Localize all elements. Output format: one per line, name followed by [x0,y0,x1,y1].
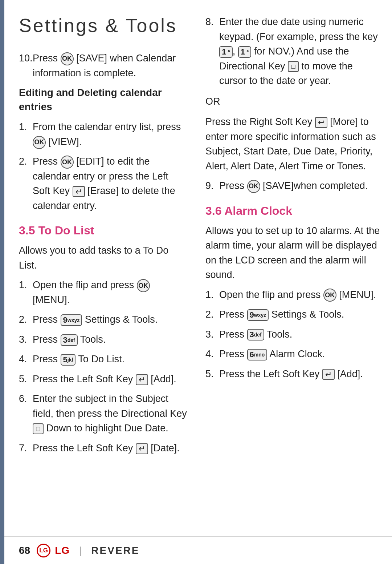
item-10-num: 10. [19,51,33,80]
alarm-step-5-text: Press the Left Soft Key ↵ [Add]. [219,367,381,382]
ok-icon: OK [61,156,74,169]
right-item-8-num: 8. [205,15,219,88]
footer-divider: | [79,545,82,556]
step-6: 6. Enter the subject in the Subject fiel… [19,391,187,436]
step-6-text: Enter the subject in the Subject field, … [33,391,187,436]
right-column: 8. Enter the due date using numeric keyp… [198,0,392,536]
alarm-step-3-text: Press 3def Tools. [219,327,381,342]
alarm-step-2-text: Press 9wxyz Settings & Tools. [219,307,381,322]
edit-item-2-text: Press OK [EDIT] to edit the calendar ent… [33,154,187,213]
key-3def: 3def [61,334,78,346]
step-7-num: 7. [19,441,33,456]
more-text: Press the Right Soft Key ↩ [More] to ent… [205,114,381,173]
step-5-num: 5. [19,372,33,387]
step-6-num: 6. [19,391,33,436]
step-1: 1. Open the flip and press OK [MENU]. [19,278,187,307]
step-4-num: 4. [19,352,33,367]
step-3-num: 3. [19,332,33,347]
step-3: 3. Press 3def Tools. [19,332,187,347]
step-1-num: 1. [19,278,33,307]
key-9wxyz: 9wxyz [61,314,82,326]
left-column: Settings & Tools 10. Press OK [SAVE] whe… [4,0,198,536]
alarm-step-4-text: Press 6mno Alarm Clock. [219,347,381,362]
alarm-step-4-num: 4. [205,347,219,362]
section-35-heading: 3.5 To Do List [19,224,187,237]
alarm-step-1-text: Open the flip and press OK [MENU]. [219,287,381,302]
edit-item-2-num: 2. [19,154,33,213]
right-item-9-text: Press OK [SAVE]when completed. [219,178,381,193]
section-35: 3.5 To Do List Allows you to add tasks t… [19,224,187,455]
key-1b: 1 ˢ [238,46,252,58]
ok-icon: OK [137,279,150,292]
soft-key-icon: ↵ [136,443,148,454]
edit-item-1: 1. From the calendar entry list, press O… [19,120,187,149]
section-36: 3.6 Alarm Clock Allows you to set up to … [205,204,381,382]
or-text: OR [205,94,381,109]
lg-brand-text: LG [55,545,70,556]
item-10: 10. Press OK [SAVE] when Calendar inform… [19,51,187,80]
item-10-text: Press OK [SAVE] when Calendar informatio… [33,51,187,80]
edit-item-2: 2. Press OK [EDIT] to edit the calendar … [19,154,187,213]
step-5-text: Press the Left Soft Key ↵ [Add]. [33,372,187,387]
ok-icon: OK [33,136,46,149]
key-3def: 3def [247,329,264,341]
key-1a: 1 ˢ [219,46,233,58]
edit-item-1-num: 1. [19,120,33,149]
alarm-step-1: 1. Open the flip and press OK [MENU]. [205,287,381,302]
soft-key-icon: ↵ [322,369,335,380]
soft-key-icon: ↵ [136,374,148,385]
step-5: 5. Press the Left Soft Key ↵ [Add]. [19,372,187,387]
step-2-text: Press 9wxyz Settings & Tools. [33,312,187,327]
right-soft-key-icon: ↩ [315,117,327,128]
revere-brand-text: REVERE [91,545,139,556]
section-36-intro: Allows you to set up to 10 alarms. At th… [205,223,381,282]
page: Settings & Tools 10. Press OK [SAVE] whe… [0,0,392,564]
left-accent-bar [0,0,4,564]
alarm-step-2: 2. Press 9wxyz Settings & Tools. [205,307,381,322]
to-text: to [302,61,310,72]
alarm-step-4: 4. Press 6mno Alarm Clock. [205,347,381,362]
right-item-9: 9. Press OK [SAVE]when completed. [205,178,381,193]
section-36-heading: 3.6 Alarm Clock [205,204,381,218]
alarm-step-3: 3. Press 3def Tools. [205,327,381,342]
step-4-text: Press 5jkl To Do List. [33,352,187,367]
lg-logo-text: LG [39,547,48,554]
right-item-9-num: 9. [205,178,219,193]
edit-item-1-text: From the calendar entry list, press OK [… [33,120,187,149]
right-item-8-text: Enter the due date using numeric keypad.… [219,15,381,88]
step-7: 7. Press the Left Soft Key ↵ [Date]. [19,441,187,456]
section-35-intro: Allows you to add tasks to a To Do List. [19,243,187,273]
alarm-step-1-num: 1. [205,287,219,302]
footer-logo: LG LG | REVERE [37,544,139,557]
dir-key-icon: □ [288,61,299,72]
key-6mno: 6mno [247,349,268,360]
step-7-text: Press the Left Soft Key ↵ [Date]. [33,441,187,456]
footer: 68 LG LG | REVERE [0,536,392,564]
page-number: 68 [19,545,30,556]
ok-icon: OK [61,52,74,65]
alarm-step-2-num: 2. [205,307,219,322]
alarm-step-5-num: 5. [205,367,219,382]
step-3-text: Press 3def Tools. [33,332,187,347]
step-2-num: 2. [19,312,33,327]
key-9wxyz: 9wxyz [247,309,269,321]
alarm-step-5: 5. Press the Left Soft Key ↵ [Add]. [205,367,381,382]
editing-heading: Editing and Deleting calendar entries [19,85,187,114]
step-4: 4. Press 5jkl To Do List. [19,352,187,367]
ok-icon: OK [247,180,260,193]
lg-circle-icon: LG [37,544,50,557]
dir-key-icon: □ [33,423,44,434]
soft-key-icon: ↵ [73,186,85,197]
ok-icon: OK [323,289,336,302]
step-2: 2. Press 9wxyz Settings & Tools. [19,312,187,327]
alarm-step-3-num: 3. [205,327,219,342]
page-title: Settings & Tools [19,15,187,36]
key-5jkl: 5jkl [61,354,76,366]
right-item-8: 8. Enter the due date using numeric keyp… [205,15,381,88]
step-1-text: Open the flip and press OK [MENU]. [33,278,187,307]
